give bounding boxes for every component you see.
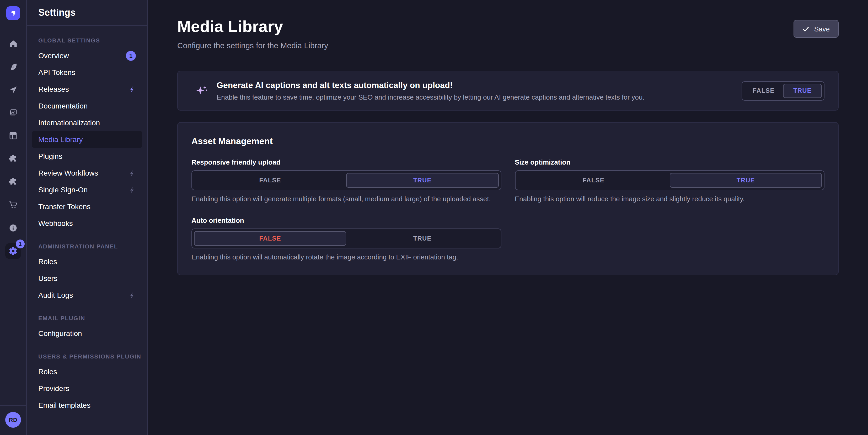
sidebar-item-up-roles[interactable]: Roles: [32, 363, 142, 380]
section-global-settings: GLOBAL SETTINGS Overview 1 API Tokens Re…: [32, 37, 142, 232]
rail-icon-list: 1: [5, 26, 21, 405]
toggle-option-true[interactable]: TRUE: [783, 83, 822, 98]
info-icon[interactable]: [5, 220, 21, 236]
section-email-plugin: EMAIL PLUGIN Configuration: [32, 315, 142, 342]
toggle-option-true[interactable]: TRUE: [670, 173, 822, 188]
section-users-permissions-plugin: USERS & PERMISSIONS PLUGIN Roles Provide…: [32, 353, 142, 413]
sparkle-icon: [196, 85, 208, 97]
sidebar-item-review-workflows[interactable]: Review Workflows: [32, 165, 142, 181]
settings-notification-badge: 1: [16, 239, 25, 248]
marketplace-icon[interactable]: [5, 174, 21, 190]
sidebar-item-admin-roles[interactable]: Roles: [32, 253, 142, 270]
responsive-upload-toggle: FALSE TRUE: [191, 170, 501, 190]
sidebar-item-audit-logs[interactable]: Audit Logs: [32, 287, 142, 303]
field-responsive-friendly-upload: Responsive friendly upload FALSE TRUE En…: [191, 158, 501, 203]
panel-title: Asset Management: [191, 136, 825, 147]
media-icon[interactable]: [5, 105, 21, 121]
settings-grid: Responsive friendly upload FALSE TRUE En…: [191, 158, 825, 261]
section-label: EMAIL PLUGIN: [32, 315, 142, 321]
sidebar-item-plugins[interactable]: Plugins: [32, 148, 142, 165]
page-subtitle: Configure the settings for the Media Lib…: [177, 41, 839, 50]
banner-text: Generate AI captions and alt texts autom…: [208, 80, 742, 101]
banner-title: Generate AI captions and alt texts autom…: [217, 80, 742, 90]
sidebar-item-overview[interactable]: Overview 1: [32, 47, 142, 64]
sidebar-item-webhooks[interactable]: Webhooks: [32, 215, 142, 232]
field-label: Responsive friendly upload: [191, 158, 501, 166]
size-optimization-toggle: FALSE TRUE: [515, 170, 825, 190]
nav-rail: 1 RD: [0, 0, 27, 435]
lightning-icon: [129, 186, 136, 193]
field-hint: Enabling this option will automatically …: [191, 253, 501, 261]
auto-orientation-toggle: FALSE TRUE: [191, 229, 501, 248]
field-label: Auto orientation: [191, 216, 501, 224]
field-label: Size optimization: [515, 158, 825, 166]
sidebar-title: Settings: [27, 0, 147, 26]
toggle-option-false[interactable]: FALSE: [194, 231, 346, 246]
page-title: Media Library: [177, 18, 839, 36]
sidebar-item-email-templates[interactable]: Email templates: [32, 397, 142, 413]
sidebar-item-api-tokens[interactable]: API Tokens: [32, 64, 142, 81]
main-content: Media Library Configure the settings for…: [148, 0, 868, 435]
asset-management-panel: Asset Management Responsive friendly upl…: [177, 122, 839, 275]
lightning-icon: [129, 86, 136, 93]
sidebar-item-single-sign-on[interactable]: Single Sign-On: [32, 181, 142, 198]
lightning-icon: [129, 170, 136, 176]
section-administration-panel: ADMINISTRATION PANEL Roles Users Audit L…: [32, 243, 142, 303]
toggle-option-false[interactable]: FALSE: [194, 173, 346, 188]
ai-captions-banner: Generate AI captions and alt texts autom…: [177, 71, 839, 110]
layout-icon[interactable]: [5, 128, 21, 144]
sidebar-item-documentation[interactable]: Documentation: [32, 98, 142, 114]
sidebar-item-email-configuration[interactable]: Configuration: [32, 325, 142, 342]
ai-captions-toggle: FALSE TRUE: [742, 81, 825, 100]
section-label: ADMINISTRATION PANEL: [32, 243, 142, 249]
rail-header: [0, 0, 26, 26]
puzzle-icon[interactable]: [5, 151, 21, 167]
app-root: 1 RD Settings GLOBAL SETTINGS Overview 1…: [0, 0, 868, 435]
section-label: GLOBAL SETTINGS: [32, 37, 142, 43]
toggle-option-false[interactable]: FALSE: [517, 173, 670, 188]
section-label: USERS & PERMISSIONS PLUGIN: [32, 353, 142, 360]
save-button[interactable]: Save: [794, 20, 839, 38]
sidebar-item-transfer-tokens[interactable]: Transfer Tokens: [32, 198, 142, 215]
settings-gear-icon[interactable]: 1: [5, 243, 21, 259]
user-avatar[interactable]: RD: [5, 412, 21, 428]
notification-badge: 1: [126, 51, 136, 61]
sidebar-item-providers[interactable]: Providers: [32, 380, 142, 397]
sidebar-item-media-library[interactable]: Media Library: [32, 131, 142, 148]
strapi-logo-glyph: [9, 9, 17, 16]
feather-icon[interactable]: [5, 59, 21, 74]
save-button-label: Save: [814, 25, 830, 33]
field-hint: Enabling this option will reduce the ima…: [515, 195, 825, 203]
sidebar-item-admin-users[interactable]: Users: [32, 270, 142, 287]
field-auto-orientation: Auto orientation FALSE TRUE Enabling thi…: [191, 216, 501, 261]
settings-sidebar: Settings GLOBAL SETTINGS Overview 1 API …: [27, 0, 148, 435]
lightning-icon: [129, 292, 136, 298]
sidebar-item-releases[interactable]: Releases: [32, 81, 142, 98]
sidebar-item-internationalization[interactable]: Internationalization: [32, 114, 142, 131]
rail-footer: RD: [0, 405, 26, 435]
toggle-option-true[interactable]: TRUE: [346, 173, 499, 188]
banner-description: Enable this feature to save time, optimi…: [217, 93, 742, 101]
sidebar-nav: GLOBAL SETTINGS Overview 1 API Tokens Re…: [27, 26, 147, 430]
strapi-logo[interactable]: [6, 6, 20, 20]
field-size-optimization: Size optimization FALSE TRUE Enabling th…: [515, 158, 825, 203]
send-icon[interactable]: [5, 82, 21, 98]
cart-icon[interactable]: [5, 197, 21, 213]
home-icon[interactable]: [5, 36, 21, 52]
field-hint: Enabling this option will generate multi…: [191, 195, 501, 203]
toggle-option-false[interactable]: FALSE: [744, 83, 783, 98]
check-icon: [803, 25, 809, 32]
toggle-option-true[interactable]: TRUE: [346, 231, 499, 246]
